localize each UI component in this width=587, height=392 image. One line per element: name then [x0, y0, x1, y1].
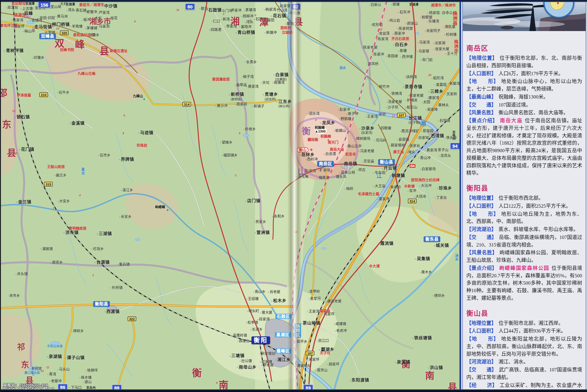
- map-label-big: 祁: [17, 343, 25, 351]
- map-label-btown: 走马街镇: [32, 25, 52, 29]
- map-label-dist: 8: [134, 20, 135, 23]
- map-label-dist: 7: [386, 170, 387, 172]
- map-label-town: 梅桥: [344, 187, 353, 190]
- sidebar-row-label: 【最高山峰】: [466, 94, 496, 100]
- map-label-btown: 萱洲镇: [254, 230, 270, 235]
- map-label-town: 淡家湖: [433, 41, 445, 45]
- map-label-big: 东: [2, 120, 11, 129]
- map-label-town: 井头镇: [15, 272, 28, 276]
- sidebar-row-label: 【风景名胜】: [466, 250, 497, 255]
- map-label-pref: 156: [38, 2, 50, 8]
- map-label-dist: 10: [294, 230, 297, 234]
- map-label-town: 周芳山: [315, 368, 328, 372]
- map-label-town: 堆子冲: [346, 112, 358, 116]
- map-label-sub: (迎龙桥): [265, 98, 276, 101]
- map-label-site: 藏经殿: [308, 138, 318, 142]
- map-label-town: 龙田: [38, 16, 46, 20]
- map-label-town: 青湾: [47, 372, 56, 376]
- map-label-town: 蛇形咀: [370, 23, 383, 26]
- map-label-dbox: 珠晖区: [294, 324, 301, 338]
- map-label-city: 衡阳: [251, 336, 270, 344]
- map-label-btown: 谭子山镇: [65, 356, 85, 360]
- map-label-peak: ▲1300: [315, 130, 326, 133]
- sidebar-row-label: 【地 形】: [466, 336, 499, 342]
- map-label-peak: 岣嵝峰: [155, 205, 165, 208]
- map-label-pref: 80: [185, 3, 195, 10]
- info-sidebar-panel: 南岳区【地理位置】位于衡阳市北部，东、北、南部与衡山县相接，西部同衡阳县接壤。【…: [462, 0, 586, 390]
- sidebar-row: 【人口面积】人口122万，面积2525平方千米。: [466, 202, 582, 210]
- map-label-town: 吴家埠: [425, 108, 438, 111]
- map-label-peak: 九峰山: [133, 94, 143, 98]
- map-label-dist: 13: [392, 115, 395, 118]
- sidebar-row: 【交 通】岳临、衡邵高速纵横境内，107国道过境、210、315省道在境内相会。: [466, 234, 582, 249]
- map-label-btown: 洪山镇: [428, 366, 443, 370]
- map-label-town: 下马口: [69, 386, 82, 389]
- map-label-town: 易家园: [421, 129, 433, 133]
- map-label-site: 康王庙: [393, 150, 404, 154]
- map-label-note: 至永州: [86, 386, 95, 389]
- map-label-btown: 青树坪镇: [4, 48, 24, 53]
- map-label-peak: 祝融峰: [315, 126, 325, 129]
- map-label-sym: ⊕: [26, 15, 29, 19]
- map-label-note: 至湘潭: [25, 2, 34, 5]
- map-label-town: 司马岭: [374, 139, 387, 142]
- sidebar-row-label: 【风景名胜】: [466, 110, 496, 115]
- map-label-dist: 10: [40, 370, 44, 372]
- map-label-btown: 新塘镇: [390, 174, 405, 178]
- map-label-town: 陈家祠堂: [397, 27, 413, 30]
- map-label-town: 牛车田: [373, 171, 385, 174]
- map-label-town: 栏垅乡: [91, 247, 104, 251]
- map-label-town: 椒子湾: [241, 75, 254, 78]
- map-label-water: 湘: [420, 121, 426, 126]
- map-label-town: 太园: [421, 100, 430, 104]
- sidebar-row: 【地理位置】位于衡阳市北部，东、北、南部与衡山县相接，西部同衡阳县接壤。: [466, 54, 582, 70]
- map-label-site: 株洲市: [454, 40, 458, 53]
- map-label-town: 湾头: [244, 20, 253, 24]
- map-label-dist: 2: [32, 28, 33, 31]
- map-label-shy: 210: [39, 92, 48, 97]
- map-label-town: 四眼塘: [379, 126, 391, 130]
- map-label-btown: 雨母山乡: [237, 365, 257, 369]
- map-label-btown: 铁丝塘镇: [412, 336, 432, 340]
- map-label-tri: ▲: [143, 97, 146, 100]
- info-sidebar: 南岳区【地理位置】位于衡阳市北部，东、北、南部与衡山县相接，西部同衡阳县接壤。【…: [460, 0, 587, 392]
- map-label-town: 文家桥: [445, 92, 457, 96]
- map-label-town: 颜家山: [405, 22, 418, 25]
- map-label-town: 马家堰: [417, 50, 429, 53]
- map-label-water: 涓水: [339, 66, 346, 70]
- map-label-sub: (新桥街): [231, 98, 242, 101]
- map-label-btown: 新桥镇: [229, 92, 244, 96]
- map-label-town: 陈家老屋: [361, 46, 377, 49]
- sidebar-row-label: 【人口面积】: [466, 203, 496, 209]
- map-label-town: 愈家坪: [12, 24, 24, 28]
- map-label-town: 铁佛湾: [390, 92, 402, 96]
- map-label-town: 白寺公: [440, 11, 453, 15]
- map-label-town: 韩家湾: [264, 8, 276, 11]
- map-label-town: 王家湾: [365, 115, 378, 118]
- map-label-town: 金甲岭: [308, 290, 320, 293]
- map-label-big: 峰: [75, 40, 85, 50]
- map-label-town: 演陂镇: [40, 247, 53, 251]
- map-label-btown: 青山桥镇: [235, 30, 255, 34]
- map-label-btown: 东阳渡镇: [349, 378, 369, 382]
- map-label-oval: 衡山: [297, 148, 308, 153]
- map-label-big: 东: [21, 361, 29, 369]
- sidebar-row-label: 【人口面积】: [466, 328, 496, 334]
- map-label-town: 滩头: [406, 150, 415, 154]
- map-label-town: 何家坪: [322, 312, 334, 316]
- map-label-cbox: 衡山县: [378, 159, 395, 165]
- map-label-town: 杨家咀: [427, 11, 440, 15]
- sidebar-row-label: 【景点介绍】: [466, 265, 497, 271]
- sidebar-row-label: 【交 通】: [466, 367, 497, 372]
- map-label-dist: 11: [176, 8, 179, 11]
- map-label-btown: 湘江乡: [275, 358, 291, 362]
- map-label-btown: 贯塘乡: [263, 92, 278, 96]
- map-label-site: 毛泽建烈士墓: [358, 192, 379, 196]
- sidebar-section-title: 衡阳县: [466, 182, 582, 192]
- map-label-dist: 19: [14, 152, 17, 155]
- map-label-site: 欧阳海烈士纪念碑: [411, 178, 440, 182]
- map-label-town: 德圳乡: [432, 294, 445, 298]
- map-label-town: 印塘乡: [32, 56, 44, 60]
- map-label-town: 霞流冲煤矿: [400, 129, 419, 133]
- map-label-btown: 松木乡: [271, 298, 287, 303]
